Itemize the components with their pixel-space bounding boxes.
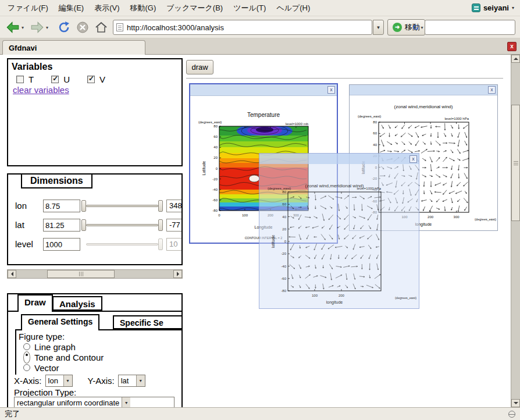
x-axis-select[interactable]: lon ▼ (45, 375, 73, 387)
vector-arrow (458, 124, 460, 129)
vector-arrow (323, 284, 324, 290)
tab-gfdnavi[interactable]: Gfdnavi (2, 40, 145, 55)
tab-analysis[interactable]: Analysis (52, 296, 102, 311)
plot-window-titlebar[interactable]: x (190, 84, 337, 96)
vertical-scroll-thumb[interactable] (511, 105, 520, 221)
plot-window-titlebar[interactable]: x (350, 85, 497, 95)
lon-slider-handle-min[interactable] (81, 200, 86, 212)
vector-arrow (443, 190, 447, 195)
vector-arrow (401, 133, 405, 137)
lon-value-input[interactable] (43, 200, 80, 212)
menu-file[interactable]: ファイル(F) (2, 0, 54, 16)
checkbox-U[interactable] (51, 76, 59, 83)
menu-tools[interactable]: ツール(T) (228, 0, 271, 16)
lon-slider-handle-max[interactable] (158, 200, 163, 212)
scroll-right-button[interactable] (173, 270, 182, 278)
horizontal-scrollbar[interactable] (7, 269, 183, 279)
close-window-icon[interactable]: x (488, 86, 496, 94)
vector-arrow (465, 141, 467, 145)
lat-slider-handle-min[interactable] (81, 219, 86, 231)
lat-slider-handle-max[interactable] (158, 219, 163, 231)
vector-arrow (305, 255, 310, 259)
x-axis-unit: (degrees_east) (395, 296, 416, 300)
vector-arrow (455, 191, 462, 194)
tick-label: 60 (373, 131, 377, 135)
horizontal-scroll-thumb[interactable] (47, 270, 115, 278)
vertical-scrollbar[interactable] (511, 55, 520, 407)
vector-arrow (458, 132, 460, 137)
checkbox-T[interactable] (16, 76, 24, 83)
vector-arrow (423, 181, 425, 187)
close-tab-button[interactable]: x (507, 42, 517, 51)
tick-label: 80 (282, 190, 286, 194)
radio-vector[interactable] (23, 364, 30, 371)
tab-draw[interactable]: Draw (17, 294, 53, 312)
dimension-label: lat (15, 220, 24, 230)
vector-arrow (430, 157, 432, 162)
menu-help[interactable]: ヘルプ(H) (271, 0, 315, 16)
radio-line-graph[interactable] (23, 343, 30, 350)
forward-button[interactable]: ▾ (28, 19, 50, 35)
x-axis-title: longitude (326, 300, 343, 305)
go-button[interactable]: ➜ 移動 (387, 19, 425, 35)
vector-arrow (351, 266, 357, 267)
close-window-icon[interactable]: x (409, 155, 417, 163)
vector-arrow (314, 276, 318, 277)
stop-button[interactable] (74, 19, 91, 35)
vector-arrow (415, 141, 419, 146)
scroll-up-button[interactable] (511, 55, 520, 63)
tab-general-settings[interactable]: General Settings (21, 314, 99, 330)
scroll-down-button[interactable] (511, 399, 520, 407)
url-input[interactable] (127, 23, 369, 32)
lon-end-value[interactable]: 348 (166, 200, 183, 212)
vector-arrow (352, 216, 355, 218)
vector-arrow (436, 175, 440, 177)
back-button[interactable]: ▾ (3, 19, 26, 35)
checkbox-V[interactable] (87, 76, 95, 83)
y-axis-select[interactable]: lat ▼ (118, 375, 145, 387)
address-bar[interactable] (113, 20, 372, 35)
vector-arrow (457, 182, 461, 186)
vector-arrow (354, 225, 355, 229)
input-method-indicator[interactable]: seiyani ▾ (472, 3, 520, 12)
plot-title: Temperature (247, 112, 280, 118)
home-button[interactable] (93, 19, 109, 35)
vector-arrow (415, 151, 420, 152)
clear-variables-link[interactable]: clear variables (13, 85, 69, 95)
close-window-icon[interactable]: x (327, 86, 335, 94)
vector-arrow (408, 125, 412, 128)
reload-button[interactable] (56, 19, 72, 35)
plot-window-titlebar[interactable]: x (259, 154, 419, 164)
vector-arrow (408, 133, 412, 137)
tab-specific-settings[interactable]: Specific Se (113, 315, 183, 329)
lon-slider[interactable] (86, 205, 158, 207)
vector-arrow (457, 200, 460, 202)
search-input[interactable] (425, 23, 520, 32)
lat-value-input[interactable] (43, 219, 80, 232)
draw-button[interactable]: draw (186, 60, 213, 74)
scroll-left-button[interactable] (8, 270, 16, 278)
tick-label: 60 (282, 202, 286, 206)
search-bar[interactable]: G ▾ (425, 20, 515, 35)
lat-slider[interactable] (86, 224, 158, 226)
menu-edit[interactable]: 編集(E) (54, 0, 89, 16)
url-history-dropdown[interactable]: ▼ (373, 20, 384, 35)
axis-selectors: X-Axis: lon ▼ Y-Axis: lat ▼ (14, 375, 145, 387)
vector-arrow (322, 213, 325, 220)
chevron-down-icon: ▾ (45, 25, 48, 30)
menu-view[interactable]: 表示(V) (89, 0, 124, 16)
projection-type-select[interactable]: rectangular uniform coordinate ▼ (14, 397, 174, 407)
vector-arrow (451, 150, 453, 153)
vector-arrow (394, 151, 398, 152)
lat-end-value[interactable]: -77 (166, 219, 183, 232)
menu-go[interactable]: 移動(G) (125, 0, 162, 16)
vector-arrow (377, 215, 378, 219)
input-method-icon (472, 3, 480, 12)
vector-arrow (389, 133, 390, 137)
vector-arrow (451, 198, 453, 203)
vector-arrow (298, 196, 301, 198)
level-value-input[interactable] (43, 238, 80, 251)
menu-bookmarks[interactable]: ブックマーク(B) (161, 0, 228, 16)
radio-tone-and-contour[interactable] (23, 351, 30, 364)
vector-arrow (315, 195, 316, 201)
